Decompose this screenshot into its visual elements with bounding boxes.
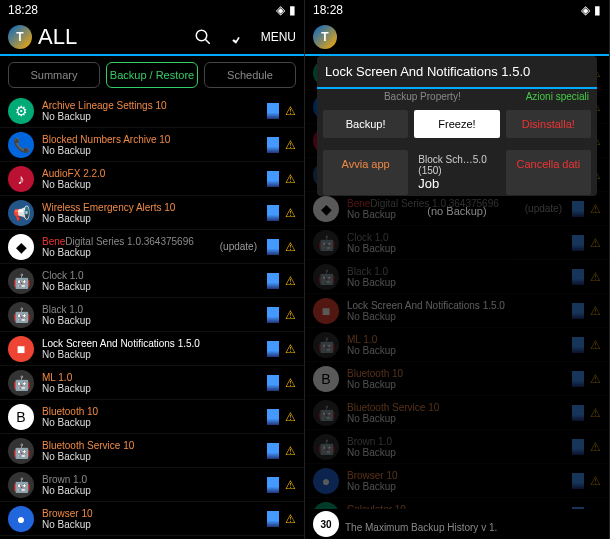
app-icon: ● bbox=[8, 506, 34, 532]
list-item[interactable]: 🤖Brown 1.0No Backup⚠ bbox=[0, 468, 304, 502]
app-name: Black 1.0 bbox=[42, 304, 267, 315]
storage-icon bbox=[267, 307, 279, 323]
warning-icon: ⚠ bbox=[285, 512, 296, 526]
app-icon: 🤖 bbox=[313, 332, 339, 358]
list-item[interactable]: ■Lock Screen And Notifications 1.5.0No B… bbox=[305, 294, 609, 328]
list-item[interactable]: 🤖Brown 1.0No Backup⚠ bbox=[305, 430, 609, 464]
app-name: BeneDigital Series 1.0.364375696 bbox=[42, 236, 220, 247]
app-status: No Backup bbox=[42, 485, 267, 496]
list-item[interactable]: ●Browser 10No Backup⚠ bbox=[305, 464, 609, 498]
list-item[interactable]: ⚙Archive Lineage Settings 10No Backup⚠ bbox=[0, 94, 304, 128]
storage-icon bbox=[267, 239, 279, 255]
list-item[interactable]: ◆BeneDigital Series 1.0.364375696No Back… bbox=[0, 230, 304, 264]
warning-icon: ⚠ bbox=[285, 274, 296, 288]
warning-icon: ⚠ bbox=[285, 342, 296, 356]
warning-icon: ⚠ bbox=[285, 138, 296, 152]
app-name: Bluetooth Service 10 bbox=[347, 402, 572, 413]
search-button[interactable] bbox=[189, 23, 217, 51]
list-item[interactable]: 🤖Black 1.0No Backup⚠ bbox=[0, 298, 304, 332]
backup-button[interactable]: Backup! bbox=[323, 110, 408, 138]
list-item[interactable]: ■Calculator 10No Backup⚠ bbox=[305, 498, 609, 509]
app-icon: ■ bbox=[313, 298, 339, 324]
app-status: No Backup bbox=[347, 243, 572, 254]
app-header: T ALL MENU bbox=[0, 20, 304, 56]
list-item[interactable]: 📞Blocked Numbers Archive 10No Backup⚠ bbox=[0, 128, 304, 162]
app-status: No Backup bbox=[42, 111, 267, 122]
menu-button[interactable]: MENU bbox=[261, 30, 296, 44]
list-item[interactable]: 📢Wireless Emergency Alerts 10No Backup⚠ bbox=[0, 196, 304, 230]
app-status: No Backup bbox=[347, 413, 572, 424]
warning-icon: ⚠ bbox=[285, 172, 296, 186]
storage-icon bbox=[572, 439, 584, 455]
uninstall-button[interactable]: Disinstalla! bbox=[506, 110, 591, 138]
list-item[interactable]: 🤖Black 1.0No Backup⚠ bbox=[305, 260, 609, 294]
app-name: Clock 1.0 bbox=[42, 270, 267, 281]
list-item[interactable]: BBluetooth 10No Backup⚠ bbox=[0, 400, 304, 434]
tab-backup[interactable]: Backup / Restore bbox=[106, 62, 198, 88]
svg-point-0 bbox=[196, 30, 207, 41]
list-item[interactable]: ■Lock Screen And Notifications 1.5.0No B… bbox=[0, 332, 304, 366]
wifi-icon: ◈ bbox=[276, 3, 285, 17]
battery-icon: ▮ bbox=[594, 3, 601, 17]
warning-icon: ⚠ bbox=[590, 508, 601, 510]
warning-icon: ⚠ bbox=[590, 236, 601, 250]
modal-title: Lock Screen And Notifications 1.5.0 bbox=[317, 56, 597, 89]
list-item[interactable]: 🤖Bluetooth Service 10No Backup⚠ bbox=[305, 396, 609, 430]
app-icon: B bbox=[313, 366, 339, 392]
list-item[interactable]: ♪AudioFX 2.2.0No Backup⚠ bbox=[0, 162, 304, 196]
special-actions[interactable]: Azioni speciali bbox=[526, 91, 595, 102]
storage-icon bbox=[267, 341, 279, 357]
list-item[interactable]: 🤖Clock 1.0No Backup⚠ bbox=[0, 264, 304, 298]
tab-schedule[interactable]: Schedule bbox=[204, 62, 296, 88]
app-status: No Backup bbox=[42, 349, 267, 360]
list-item[interactable]: BBluetooth 10No Backup⚠ bbox=[305, 362, 609, 396]
warning-icon: ⚠ bbox=[285, 104, 296, 118]
app-status: No Backup bbox=[42, 417, 267, 428]
app-name: Browser 10 bbox=[347, 470, 572, 481]
wifi-icon: ◈ bbox=[581, 3, 590, 17]
app-status: No Backup bbox=[42, 281, 267, 292]
app-icon: ♪ bbox=[8, 166, 34, 192]
list-item[interactable]: 🤖ML 1.0No Backup⚠ bbox=[0, 366, 304, 400]
app-logo: T bbox=[8, 25, 32, 49]
status-time: 18:28 bbox=[8, 3, 38, 17]
check-button[interactable] bbox=[225, 23, 253, 51]
app-status: No Backup bbox=[347, 277, 572, 288]
app-status: No Backup bbox=[42, 519, 267, 530]
storage-icon bbox=[267, 137, 279, 153]
app-status: No Backup bbox=[42, 247, 220, 258]
no-backup-text: (no Backup) bbox=[317, 201, 597, 221]
status-icons: ◈ ▮ bbox=[276, 3, 296, 17]
list-item[interactable]: 🤖Clock 1.0No Backup⚠ bbox=[305, 226, 609, 260]
app-icon: ● bbox=[313, 468, 339, 494]
clear-data-button[interactable]: Cancella dati bbox=[506, 150, 591, 195]
app-icon: B bbox=[8, 404, 34, 430]
modal-subtitle: Backup Property! Azioni speciali bbox=[317, 89, 597, 104]
app-header: T bbox=[305, 20, 609, 56]
app-name: Black 1.0 bbox=[347, 266, 572, 277]
search-icon bbox=[194, 28, 212, 46]
calendar-icon: 30 bbox=[313, 511, 339, 537]
tab-bar: Summary Backup / Restore Schedule bbox=[0, 56, 304, 94]
warning-icon: ⚠ bbox=[590, 304, 601, 318]
status-icons: ◈ ▮ bbox=[581, 3, 601, 17]
app-status: No Backup bbox=[347, 481, 572, 492]
freeze-button[interactable]: Freeze! bbox=[414, 110, 499, 138]
app-status: No Backup bbox=[42, 213, 267, 224]
app-icon: 🤖 bbox=[313, 264, 339, 290]
app-name: AudioFX 2.2.0 bbox=[42, 168, 267, 179]
list-item[interactable]: ●Browser 10No Backup⚠ bbox=[0, 502, 304, 536]
tab-summary[interactable]: Summary bbox=[8, 62, 100, 88]
warning-icon: ⚠ bbox=[590, 440, 601, 454]
app-name: ML 1.0 bbox=[42, 372, 267, 383]
storage-icon bbox=[267, 375, 279, 391]
list-item[interactable]: 🤖Bluetooth Service 10No Backup⚠ bbox=[0, 434, 304, 468]
app-list[interactable]: ⚙Archive Lineage Settings 10No Backup⚠📞B… bbox=[0, 94, 304, 539]
storage-icon bbox=[267, 103, 279, 119]
list-item[interactable]: 🤖ML 1.0No Backup⚠ bbox=[305, 328, 609, 362]
launch-button[interactable]: Avvia app bbox=[323, 150, 408, 195]
app-status: No Backup bbox=[42, 179, 267, 190]
app-name: Bluetooth Service 10 bbox=[42, 440, 267, 451]
app-icon: 🤖 bbox=[313, 400, 339, 426]
warning-icon: ⚠ bbox=[285, 444, 296, 458]
